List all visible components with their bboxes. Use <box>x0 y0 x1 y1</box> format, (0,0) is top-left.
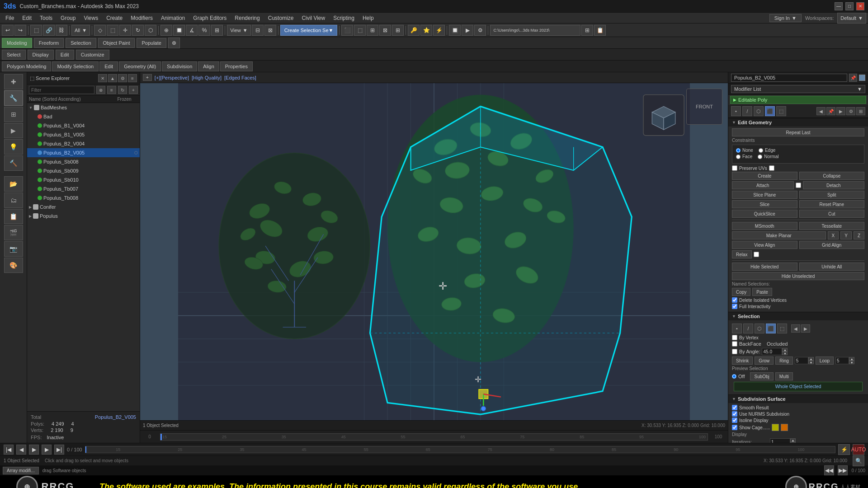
preview-subobj-btn[interactable]: SubObj <box>750 372 773 380</box>
preserve-uvs-check[interactable] <box>732 165 737 171</box>
menu-help[interactable]: Help <box>359 14 377 22</box>
sel-next-btn[interactable]: ▶ <box>801 324 810 333</box>
delete-isolated-check[interactable] <box>732 297 737 303</box>
ring-btn[interactable]: Ring <box>775 357 793 365</box>
menu-graph-editors[interactable]: Graph Editors <box>189 14 230 22</box>
unhide-all-btn[interactable]: Unhide All <box>799 263 865 271</box>
mode-populate[interactable]: Populate <box>137 38 166 48</box>
constraint-normal-radio[interactable] <box>758 155 762 159</box>
by-vertex-check[interactable] <box>732 335 737 340</box>
vp-plus-btn[interactable]: + <box>143 74 152 81</box>
msmooth-btn[interactable]: MSmooth <box>732 222 797 230</box>
tessellate-btn[interactable]: Tessellate <box>799 222 865 230</box>
sp-edit[interactable]: Edit <box>56 50 74 60</box>
unlink-btn[interactable]: ⛓ <box>56 25 67 36</box>
se-close-btn[interactable]: ✕ <box>98 74 107 82</box>
render-output-btn[interactable]: 📋 <box>594 25 606 36</box>
sp-select[interactable]: Select <box>2 50 26 60</box>
grid-align-btn[interactable]: Grid Align <box>799 241 865 249</box>
color-swatch-btn[interactable] <box>859 75 865 81</box>
z-btn[interactable]: Z <box>854 231 864 239</box>
op-subdivision[interactable]: Subdivision <box>162 61 197 71</box>
menu-customize[interactable]: Customize <box>264 14 297 22</box>
mode-object-paint[interactable]: Object Paint <box>98 38 135 48</box>
attach-extra-check[interactable] <box>796 183 801 188</box>
op-properties[interactable]: Properties <box>220 61 253 71</box>
hide-selected-btn[interactable]: Hide Selected <box>732 263 797 271</box>
shrink-btn[interactable]: Shrink <box>732 357 753 365</box>
op-edit[interactable]: Edit <box>99 61 118 71</box>
editable-poly-entry[interactable]: ▶ Editable Poly <box>730 96 866 104</box>
menu-rendering[interactable]: Rendering <box>231 14 263 22</box>
menu-file[interactable]: File <box>2 14 18 22</box>
list-item[interactable]: Populus_Sb010 <box>27 175 140 184</box>
iter-up-btn[interactable]: ▲ <box>790 438 796 442</box>
search-icon[interactable]: 🔍 <box>853 455 864 466</box>
op-modify-selection[interactable]: Modify Selection <box>52 61 99 71</box>
constraint-edge-radio[interactable] <box>759 148 763 153</box>
preserve-uvs-extra-check[interactable] <box>769 165 774 171</box>
edge-icon[interactable]: / <box>742 106 752 116</box>
menu-views[interactable]: Views <box>80 14 102 22</box>
x-btn[interactable]: X <box>828 231 839 239</box>
repeat-last-btn[interactable]: Repeat Last <box>732 128 864 136</box>
auto-key-btn[interactable]: ⚡ <box>433 25 445 36</box>
view-align-btn[interactable]: View Align <box>732 241 797 249</box>
mode-selection[interactable]: Selection <box>66 38 96 48</box>
slice-plane-btn[interactable]: Slice Plane <box>732 191 797 199</box>
array-btn2[interactable]: ⬚ <box>354 25 366 36</box>
undo-button[interactable]: ↩ <box>2 25 14 36</box>
utilities-icon[interactable]: 🔨 <box>4 155 23 171</box>
ring-down-btn[interactable]: ▼ <box>808 361 814 364</box>
angle-up-btn[interactable]: ▲ <box>782 348 788 352</box>
op-align[interactable]: Align <box>198 61 219 71</box>
y-btn[interactable]: Y <box>840 231 852 239</box>
motion-icon[interactable]: ▶ <box>4 123 23 138</box>
mode-freeform[interactable]: Freeform <box>34 38 64 48</box>
menu-create[interactable]: Create <box>103 14 126 22</box>
polygon-icon[interactable]: ⬛ <box>765 106 775 116</box>
menu-edit[interactable]: Edit <box>19 14 35 22</box>
viewport-config-dropdown[interactable]: View ▼ <box>227 25 251 36</box>
rotate-btn[interactable]: ↻ <box>132 25 144 36</box>
minimize-button[interactable]: — <box>835 2 843 10</box>
se-filter-btn[interactable]: ⊗ <box>96 86 105 94</box>
render-btn[interactable]: 🔲 <box>449 25 461 36</box>
mod-nav-settings[interactable]: ⚙ <box>846 107 855 115</box>
list-item[interactable]: Populus_B2_V004 <box>27 139 140 148</box>
loop-input[interactable] <box>835 357 849 364</box>
playback-slider[interactable]: 15 25 35 45 55 65 75 80 85 90 95 100 <box>85 446 835 453</box>
close-button[interactable]: ✕ <box>856 2 864 10</box>
select-region-btn[interactable]: ⬚ <box>107 25 118 36</box>
ring-up-btn[interactable]: ▲ <box>808 357 814 361</box>
backface-check[interactable] <box>732 341 737 347</box>
grow-btn[interactable]: Grow <box>755 357 774 365</box>
isoline-check[interactable] <box>732 418 737 423</box>
sel-element-icon[interactable]: ⬚ <box>777 324 787 333</box>
key-mode-toggle[interactable]: ⚡ <box>838 444 850 455</box>
sel-prev-btn[interactable]: ◀ <box>791 324 800 333</box>
mode-modeling[interactable]: Modeling <box>2 38 32 48</box>
hide-unselected-btn[interactable]: Hide Unselected <box>732 272 864 280</box>
sp-customize[interactable]: Customize <box>76 50 109 60</box>
key-mode-btn[interactable]: ⭐ <box>420 25 432 36</box>
sign-in-button[interactable]: Sign In ▼ <box>769 14 802 22</box>
pin-btn[interactable]: 📌 <box>849 74 857 82</box>
sel-edge-icon[interactable]: / <box>743 324 753 333</box>
set-key-btn[interactable]: 🔑 <box>408 25 420 36</box>
full-interactivity-check[interactable] <box>732 304 737 309</box>
relax-btn[interactable]: Relax <box>732 250 752 258</box>
auto-key-toggle[interactable]: AUTO <box>853 444 864 455</box>
paste-btn[interactable]: Paste <box>752 288 772 296</box>
mod-nav-more[interactable]: ⊞ <box>856 107 865 115</box>
list-item-selected[interactable]: Populus_B2_V005 ⬡ <box>27 148 140 157</box>
split-btn[interactable]: Split <box>799 191 865 199</box>
spacing-btn[interactable]: ⊠ <box>379 25 391 36</box>
se-refresh-btn[interactable]: ↻ <box>118 86 127 94</box>
sel-border-icon[interactable]: ⬡ <box>755 324 764 333</box>
list-item[interactable]: ▶ Conifer <box>27 202 140 211</box>
menu-scripting[interactable]: Scripting <box>330 14 358 22</box>
constraint-none-radio[interactable] <box>736 148 741 153</box>
list-item[interactable]: Populus_B1_V004 <box>27 121 140 130</box>
mode-extra-btn[interactable]: ⊕ <box>168 38 180 48</box>
